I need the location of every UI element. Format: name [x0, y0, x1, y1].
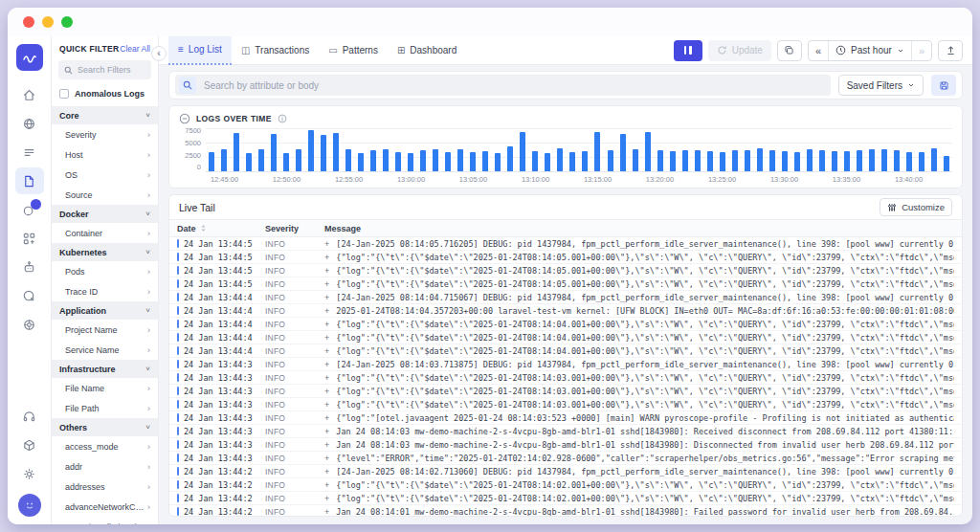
- expand-row-button[interactable]: +: [324, 333, 329, 343]
- chart-bar[interactable]: [532, 151, 538, 171]
- chart-bar[interactable]: [358, 153, 364, 171]
- chart-bar[interactable]: [333, 133, 339, 171]
- saved-filters-dropdown[interactable]: Saved Filters: [838, 75, 924, 96]
- filter-item-access-mode[interactable]: access_mode›: [52, 436, 158, 456]
- log-row[interactable]: 24 Jan 13:44:4INFO+[24-Jan-2025 08:14:04…: [169, 291, 962, 304]
- log-row[interactable]: 24 Jan 13:44:4INFO+{"log":"{\"t\":{\"$da…: [169, 331, 962, 344]
- log-row[interactable]: 24 Jan 13:44:5INFO+{"log":"{\"t\":{\"$da…: [169, 277, 962, 291]
- chart-bar[interactable]: [321, 135, 326, 171]
- time-shift-forward-button[interactable]: »: [911, 41, 931, 60]
- log-row[interactable]: 24 Jan 13:44:4INFO+{"log":"{\"t\":{\"$da…: [169, 318, 962, 331]
- collapse-chart-icon[interactable]: [179, 113, 190, 124]
- chart-bar[interactable]: [670, 151, 676, 171]
- chart-bar[interactable]: [457, 149, 463, 171]
- help-box-icon[interactable]: [15, 432, 44, 458]
- customize-columns-button[interactable]: Customize: [880, 198, 952, 216]
- filter-item-addr[interactable]: addr›: [52, 456, 158, 477]
- filter-item-pods[interactable]: Pods›: [52, 261, 158, 281]
- chart-bar[interactable]: [881, 149, 887, 171]
- log-row[interactable]: 24 Jan 13:44:4INFO+2025-01-24T08:14:04.3…: [169, 304, 962, 318]
- expand-row-button[interactable]: +: [324, 266, 329, 276]
- expand-row-button[interactable]: +: [324, 279, 329, 289]
- chart-bar[interactable]: [782, 151, 788, 171]
- chart-bar[interactable]: [308, 130, 314, 171]
- chart-bar[interactable]: [707, 151, 713, 171]
- column-header-date[interactable]: Date: [177, 224, 265, 233]
- chart-bar[interactable]: [769, 150, 775, 171]
- tab-log-list[interactable]: ≡Log List: [168, 36, 232, 65]
- log-row[interactable]: 24 Jan 13:44:5INFO+{"log":"{\"t\":{\"$da…: [169, 251, 962, 264]
- log-row[interactable]: 24 Jan 13:44:4INFO+{"log":"{\"t\":{\"$da…: [169, 344, 962, 358]
- chart-bar[interactable]: [209, 152, 214, 171]
- minimize-window-button[interactable]: [42, 16, 54, 28]
- close-window-button[interactable]: [23, 16, 34, 28]
- chart-bar[interactable]: [720, 152, 725, 171]
- log-row[interactable]: 24 Jan 13:44:2INFO+[24-Jan-2025 08:14:02…: [169, 465, 962, 478]
- log-row[interactable]: 24 Jan 13:44:3INFO+Jan 24 08:14:03 mw-de…: [169, 438, 962, 452]
- tab-patterns[interactable]: ▭Patterns: [319, 36, 388, 65]
- chart-bar[interactable]: [869, 149, 875, 171]
- expand-row-button[interactable]: +: [324, 253, 329, 262]
- filter-section-others[interactable]: Others˅: [52, 418, 158, 436]
- log-row[interactable]: 24 Jan 13:44:5INFO+[24-Jan-2025 08:14:05…: [169, 237, 962, 251]
- expand-row-button[interactable]: +: [324, 507, 329, 517]
- chart-bar[interactable]: [345, 149, 351, 171]
- add-integration-icon[interactable]: [15, 225, 44, 252]
- export-button[interactable]: [938, 40, 963, 61]
- log-row[interactable]: 24 Jan 13:44:3INFO+{"level":"ERROR","tim…: [169, 452, 962, 465]
- anomalous-logs-row[interactable]: Anomalous Logs: [52, 85, 158, 106]
- filter-item-service-name[interactable]: Service Name›: [52, 340, 158, 360]
- log-row[interactable]: 24 Jan 13:44:3INFO+{"log":"[otel.javaage…: [169, 411, 962, 425]
- expand-row-button[interactable]: +: [324, 293, 329, 302]
- tab-dashboard[interactable]: ⊞Dashboard: [388, 36, 466, 65]
- filter-item-file-name[interactable]: File Name›: [52, 378, 158, 398]
- chart-bar[interactable]: [682, 150, 688, 171]
- chart-bar[interactable]: [695, 150, 701, 171]
- expand-row-button[interactable]: +: [324, 373, 329, 383]
- log-row[interactable]: 24 Jan 13:44:3INFO+[24-Jan-2025 08:14:03…: [169, 358, 962, 371]
- expand-row-button[interactable]: +: [324, 239, 329, 249]
- chart-bar[interactable]: [420, 150, 426, 171]
- anomalous-logs-checkbox[interactable]: [59, 89, 69, 99]
- column-header-severity[interactable]: Severity: [265, 224, 324, 233]
- filter-section-core[interactable]: Core˅: [52, 106, 158, 124]
- chart-bar[interactable]: [944, 156, 949, 171]
- filter-item-source[interactable]: Source›: [52, 185, 158, 205]
- chart-bar[interactable]: [520, 132, 525, 171]
- chart-bar[interactable]: [582, 151, 588, 171]
- filter-item-agent-installation-ti[interactable]: agent.installation.ti...›: [52, 517, 158, 524]
- expand-row-button[interactable]: +: [324, 440, 329, 450]
- chart-bar[interactable]: [919, 152, 924, 171]
- expand-row-button[interactable]: +: [324, 467, 329, 477]
- filter-section-application[interactable]: Application˅: [52, 301, 158, 320]
- chart-bar[interactable]: [620, 134, 626, 171]
- filter-item-severity[interactable]: Severity›: [52, 124, 158, 144]
- chart-bar[interactable]: [557, 148, 563, 171]
- settings-hub-icon[interactable]: [15, 311, 44, 338]
- expand-row-button[interactable]: +: [324, 306, 329, 316]
- column-header-message[interactable]: Message: [324, 224, 954, 233]
- copy-link-button[interactable]: [777, 40, 802, 61]
- chart-bar[interactable]: [757, 148, 763, 171]
- expand-row-button[interactable]: +: [324, 360, 329, 369]
- chart-bar[interactable]: [495, 153, 501, 171]
- chart-bar[interactable]: [832, 151, 837, 171]
- log-row[interactable]: 24 Jan 13:44:3INFO+{"log":"{\"t\":{\"$da…: [169, 371, 962, 385]
- expand-row-button[interactable]: +: [324, 427, 329, 436]
- clear-all-filters-link[interactable]: Clear All: [120, 44, 150, 54]
- expand-row-button[interactable]: +: [324, 494, 329, 503]
- filter-section-infrastructure[interactable]: Infrastructure˅: [52, 360, 158, 378]
- chart-bar[interactable]: [857, 150, 862, 171]
- chart-bar[interactable]: [594, 132, 600, 171]
- chart-bar[interactable]: [819, 150, 825, 171]
- chart-bar[interactable]: [258, 149, 264, 171]
- expand-row-button[interactable]: +: [324, 320, 329, 329]
- chart-bar[interactable]: [482, 151, 488, 171]
- filter-item-advancenetworkca[interactable]: advanceNetworkCa...›: [52, 497, 158, 517]
- chart-bar[interactable]: [283, 153, 289, 171]
- chart-bar[interactable]: [569, 152, 575, 171]
- alert-rules-icon[interactable]: [15, 282, 44, 309]
- filter-item-host[interactable]: Host›: [52, 144, 158, 165]
- chart-bar[interactable]: [246, 153, 252, 171]
- logs-list-icon[interactable]: [15, 139, 44, 166]
